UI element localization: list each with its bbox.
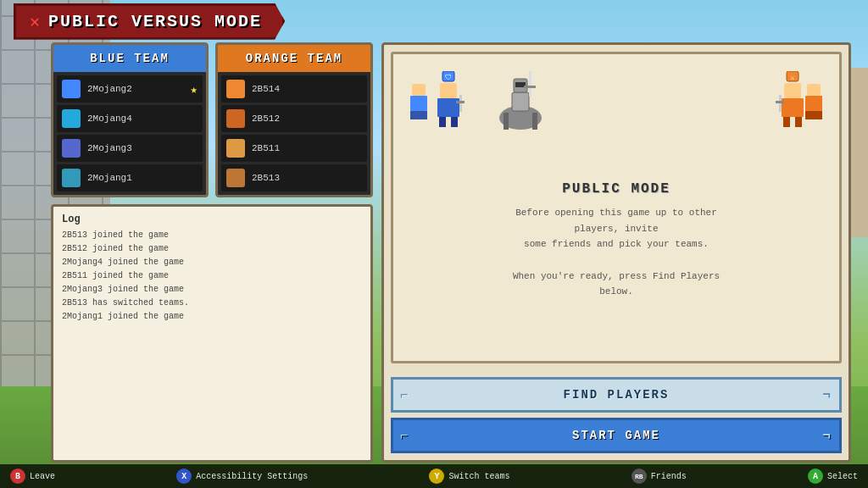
title-banner: ✕ PUBLIC VERSUS MODE xyxy=(14,3,285,40)
x-button-icon: X xyxy=(176,469,192,484)
member-name: 2B513 xyxy=(252,173,362,183)
log-entry: 2Mojang4 joined the game xyxy=(62,256,362,269)
find-players-button[interactable]: FIND PLAYERS xyxy=(391,377,842,413)
action-buttons: FIND PLAYERS START GAME xyxy=(384,370,849,460)
svg-text:⚔: ⚔ xyxy=(791,74,795,81)
list-item: 2B513 xyxy=(221,164,367,191)
svg-rect-25 xyxy=(410,96,427,111)
start-game-button[interactable]: START GAME xyxy=(391,418,842,453)
svg-rect-15 xyxy=(524,86,536,88)
member-name: 2Mojang3 xyxy=(87,143,198,153)
title-icon: ✕ xyxy=(30,11,40,32)
log-entry: 2Mojang1 joined the game xyxy=(62,310,362,324)
orange-team-panel: ORANGE TEAM 2B514 2B512 2B511 xyxy=(215,42,373,197)
orange-team-members: 2B514 2B512 2B511 2B513 xyxy=(218,72,370,195)
svg-rect-11 xyxy=(512,92,529,111)
leave-action[interactable]: B Leave xyxy=(10,469,55,484)
teams-row: BLUE TEAM 2Mojang2 ★ 2Mojang4 xyxy=(51,42,373,197)
log-entry: 2B513 joined the game xyxy=(62,229,362,242)
switch-teams-label: Switch teams xyxy=(448,472,509,481)
svg-rect-24 xyxy=(412,84,426,96)
log-entry: 2B511 joined the game xyxy=(62,269,362,283)
member-name: 2Mojang2 xyxy=(87,84,184,94)
log-entry: 2Mojang3 joined the game xyxy=(62,283,362,297)
avatar xyxy=(62,80,81,98)
member-name: 2Mojang1 xyxy=(87,173,198,183)
avatar xyxy=(62,139,81,158)
avatar xyxy=(226,139,245,158)
characters-illustration: 🛡 xyxy=(402,63,831,173)
list-item: 2B511 xyxy=(221,135,367,162)
svg-rect-27 xyxy=(807,84,821,96)
member-name: 2Mojang4 xyxy=(87,114,198,124)
bottom-bar: B Leave X Accessibility Settings Y Switc… xyxy=(0,464,868,488)
blue-team-panel: BLUE TEAM 2Mojang2 ★ 2Mojang4 xyxy=(51,42,209,197)
svg-rect-4 xyxy=(439,117,446,127)
friends-action[interactable]: RB Friends xyxy=(632,469,687,484)
friends-label: Friends xyxy=(651,472,687,481)
svg-rect-23 xyxy=(776,101,784,103)
log-panel: Log 2B513 joined the game 2B512 joined t… xyxy=(51,204,373,463)
y-button-icon: Y xyxy=(429,469,444,484)
mode-title: PUBLIC MODE xyxy=(562,181,670,197)
ui-container: ✕ PUBLIC VERSUS MODE BLUE TEAM 2Mojang2 … xyxy=(0,0,868,488)
orange-team-header: ORANGE TEAM xyxy=(218,45,370,72)
svg-text:🛡: 🛡 xyxy=(445,74,452,81)
b-button-icon: B xyxy=(10,469,25,484)
list-item: 2B514 xyxy=(221,75,367,103)
list-item: 2B512 xyxy=(221,105,367,132)
blue-sitting-sprite xyxy=(402,80,436,130)
main-content: BLUE TEAM 2Mojang2 ★ 2Mojang4 xyxy=(51,42,851,463)
avatar xyxy=(226,109,245,128)
avatar xyxy=(62,109,81,128)
leave-label: Leave xyxy=(30,472,55,481)
page-title: PUBLIC VERSUS MODE xyxy=(48,12,262,31)
avatar xyxy=(226,80,245,98)
log-entry: 2B513 has switched teams. xyxy=(62,297,362,310)
list-item: 2Mojang4 xyxy=(57,105,203,132)
svg-rect-9 xyxy=(504,113,509,130)
svg-rect-28 xyxy=(805,96,822,111)
log-entry: 2B512 joined the game xyxy=(62,242,362,256)
member-name: 2B511 xyxy=(252,143,362,153)
list-item: 2Mojang2 ★ xyxy=(57,75,203,103)
select-action[interactable]: A Select xyxy=(808,469,858,484)
knight-sprite xyxy=(495,67,546,135)
member-name: 2B512 xyxy=(252,114,362,124)
rb-button-icon: RB xyxy=(632,469,647,484)
svg-rect-2 xyxy=(440,83,457,98)
svg-rect-26 xyxy=(410,111,427,119)
select-label: Select xyxy=(827,472,858,481)
mode-description: Before opening this game up to other pla… xyxy=(506,205,726,300)
svg-rect-29 xyxy=(805,111,822,119)
avatar xyxy=(226,169,245,187)
blue-team-header: BLUE TEAM xyxy=(53,45,206,72)
accessibility-action[interactable]: X Accessibility Settings xyxy=(176,469,308,484)
list-item: 2Mojang3 xyxy=(57,135,203,162)
avatar xyxy=(62,169,81,187)
log-title: Log xyxy=(62,214,362,225)
svg-rect-7 xyxy=(456,101,465,103)
right-panel: 🛡 xyxy=(381,42,851,463)
blue-team-members: 2Mojang2 ★ 2Mojang4 2Mojang3 xyxy=(53,72,206,195)
info-inner: 🛡 xyxy=(391,52,842,363)
member-name: 2B514 xyxy=(252,84,362,94)
list-item: 2Mojang1 xyxy=(57,164,203,191)
a-button-icon: A xyxy=(808,469,823,484)
star-icon: ★ xyxy=(191,82,198,97)
svg-rect-14 xyxy=(529,71,531,97)
accessibility-label: Accessibility Settings xyxy=(196,472,308,481)
left-panel: BLUE TEAM 2Mojang2 ★ 2Mojang4 xyxy=(51,42,373,463)
title-bar: ✕ PUBLIC VERSUS MODE xyxy=(0,0,868,42)
orange-sitting-sprite xyxy=(797,80,831,130)
svg-rect-10 xyxy=(532,113,537,130)
svg-rect-20 xyxy=(783,117,790,127)
switch-teams-action[interactable]: Y Switch teams xyxy=(429,469,509,484)
svg-rect-5 xyxy=(451,117,458,127)
